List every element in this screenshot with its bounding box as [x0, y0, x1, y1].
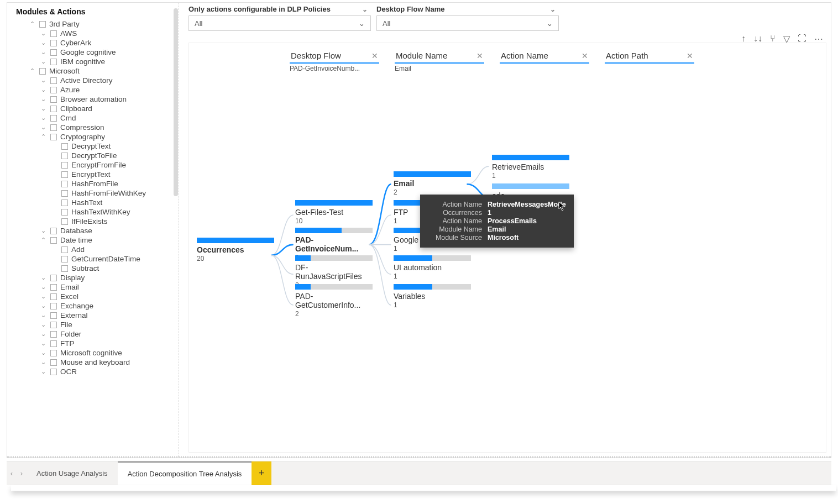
checkbox[interactable] [61, 200, 68, 206]
tree-item[interactable]: ⌄Compression [16, 123, 174, 132]
chevron-down-icon[interactable]: ⌄ [39, 321, 47, 328]
checkbox[interactable] [61, 209, 68, 216]
chevron-up-icon[interactable]: ⌃ [28, 67, 36, 75]
checkbox[interactable] [50, 275, 57, 281]
chevron-up-icon[interactable]: ⌃ [39, 237, 47, 244]
tree-item[interactable]: DecryptText [16, 141, 174, 151]
chevron-down-icon[interactable]: ⌄ [39, 312, 47, 319]
tree-item[interactable]: ⌄External [16, 311, 174, 320]
tree-item[interactable]: ⌃Date time [16, 235, 174, 245]
tree-item[interactable]: IfFileExists [16, 217, 174, 226]
chevron-down-icon[interactable]: ⌄ [39, 302, 47, 309]
tab-add-page[interactable]: + [252, 461, 271, 485]
checkbox[interactable] [50, 369, 57, 375]
chevron-down-icon[interactable]: ⌄ [39, 340, 47, 347]
chevron-down-icon[interactable]: ⌄ [39, 293, 47, 300]
report-tab[interactable]: Action Usage Analysis [27, 461, 118, 485]
checkbox[interactable] [50, 293, 57, 300]
checkbox[interactable] [50, 331, 57, 338]
tree-node[interactable]: RetrieveEmails1 [492, 155, 569, 180]
checkbox[interactable] [61, 246, 68, 253]
tree-item[interactable]: ⌄IBM cognitive [16, 57, 174, 66]
tree-item[interactable]: HashText [16, 198, 174, 207]
chevron-down-icon[interactable]: ⌄ [39, 274, 47, 281]
tree-item[interactable]: ⌄Azure [16, 85, 174, 95]
close-icon[interactable]: ✕ [687, 51, 693, 60]
chevron-down-icon[interactable]: ⌄ [39, 349, 47, 356]
tree-item[interactable]: ⌄Cmd [16, 113, 174, 123]
checkbox[interactable] [50, 359, 57, 366]
tree-item[interactable]: ⌄Email [16, 282, 174, 292]
chevron-down-icon[interactable]: ⌄ [39, 96, 47, 103]
chevron-down-icon[interactable]: ⌄ [39, 77, 47, 84]
checkbox[interactable] [50, 30, 57, 37]
tree-item[interactable]: GetCurrentDateTime [16, 254, 174, 264]
tree-item[interactable]: HashFromFile [16, 179, 174, 188]
checkbox[interactable] [50, 96, 57, 103]
modules-actions-panel[interactable]: Modules & Actions ⌃3rd Party⌄AWS⌄CyberAr… [7, 3, 179, 457]
checkbox[interactable] [50, 340, 57, 347]
tree-item[interactable]: ⌄OCR [16, 367, 174, 376]
tree-item[interactable]: HashTextWithKey [16, 207, 174, 217]
chevron-down-icon[interactable]: ⌄ [39, 368, 47, 375]
tree-node[interactable]: Email2 [394, 171, 471, 196]
tree-item[interactable]: ⌄Active Directory [16, 76, 174, 85]
checkbox[interactable] [50, 87, 57, 93]
checkbox[interactable] [61, 218, 68, 225]
checkbox[interactable] [50, 350, 57, 356]
tree-item[interactable]: ⌄Google cognitive [16, 48, 174, 57]
chevron-down-icon[interactable]: ⌄ [362, 6, 371, 13]
checkbox[interactable] [61, 190, 68, 197]
dimension-header[interactable]: Action Name✕ [500, 49, 589, 64]
tree-item[interactable]: ⌃Cryptography [16, 132, 174, 141]
dimension-header[interactable]: Module Name✕ [395, 49, 484, 64]
close-icon[interactable]: ✕ [582, 51, 588, 60]
tree-node[interactable]: Get-Files-Test10 [295, 200, 373, 225]
tree-item[interactable]: ⌄Microsoft cognitive [16, 348, 174, 358]
checkbox[interactable] [61, 256, 68, 262]
chevron-down-icon[interactable]: ⌄ [39, 330, 47, 338]
tree-item[interactable]: DecryptToFile [16, 151, 174, 160]
chevron-up-icon[interactable]: ⌃ [28, 20, 36, 28]
checkbox[interactable] [61, 153, 68, 159]
tree-item[interactable]: ⌄Clipboard [16, 104, 174, 113]
tree-item[interactable]: ⌃3rd Party [16, 19, 174, 29]
checkbox[interactable] [61, 265, 68, 272]
checkbox[interactable] [50, 312, 57, 319]
chevron-down-icon[interactable]: ⌄ [39, 124, 47, 131]
tab-nav-prev[interactable]: ‹ [7, 461, 17, 485]
close-icon[interactable]: ✕ [476, 51, 483, 60]
filter-flowname-select[interactable]: All⌄ [376, 15, 559, 31]
checkbox[interactable] [50, 134, 57, 140]
tree-item[interactable]: ⌄File [16, 320, 174, 329]
checkbox[interactable] [50, 228, 57, 234]
tree-item[interactable]: ⌃Microsoft [16, 66, 174, 76]
chevron-down-icon[interactable]: ⌄ [39, 227, 47, 234]
checkbox[interactable] [50, 49, 57, 56]
dimension-header[interactable]: Desktop Flow✕ [290, 49, 379, 64]
chevron-up-icon[interactable]: ⌃ [39, 133, 47, 140]
checkbox[interactable] [50, 284, 57, 291]
chevron-down-icon[interactable]: ⌄ [550, 6, 559, 13]
tree-item[interactable]: ⌄Database [16, 226, 174, 235]
checkbox[interactable] [50, 40, 57, 46]
tab-nav-next[interactable]: › [17, 461, 27, 485]
chevron-down-icon[interactable]: ⌄ [39, 30, 47, 37]
checkbox[interactable] [61, 171, 68, 178]
tree-item[interactable]: Add [16, 245, 174, 254]
checkbox[interactable] [50, 106, 57, 112]
checkbox[interactable] [50, 59, 57, 65]
checkbox[interactable] [50, 237, 57, 244]
checkbox[interactable] [50, 77, 57, 84]
tree-item[interactable]: ⌄FTP [16, 339, 174, 348]
tree-item[interactable]: Subtract [16, 264, 174, 273]
chevron-down-icon[interactable]: ⌄ [39, 39, 47, 46]
tree-item[interactable]: ⌄Display [16, 273, 174, 282]
tree-node[interactable]: UI automation1 [394, 255, 471, 280]
tree-item[interactable]: ⌄Excel [16, 292, 174, 301]
tree-item[interactable]: ⌄Browser automation [16, 95, 174, 104]
tree-item[interactable]: ⌄Exchange [16, 301, 174, 311]
checkbox[interactable] [39, 68, 46, 75]
checkbox[interactable] [39, 21, 46, 28]
sidebar-scrollbar[interactable] [174, 8, 178, 196]
